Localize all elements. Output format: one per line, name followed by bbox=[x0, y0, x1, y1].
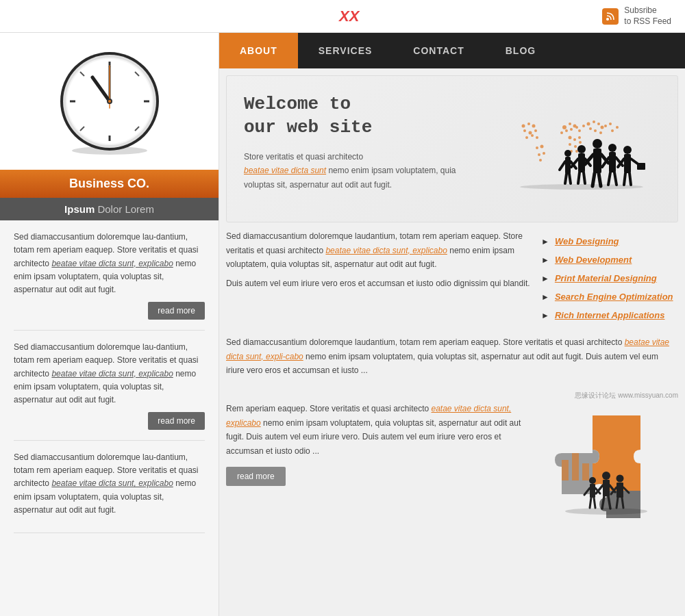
service-item-3: ► Print Material Designing bbox=[541, 273, 678, 283]
rss-icon bbox=[602, 8, 619, 25]
svg-point-55 bbox=[536, 136, 538, 139]
svg-point-50 bbox=[523, 129, 526, 132]
svg-point-29 bbox=[593, 120, 595, 123]
nav-contact[interactable]: CONTACT bbox=[393, 33, 484, 68]
arrow-icon-3: ► bbox=[541, 274, 549, 283]
svg-point-56 bbox=[536, 146, 538, 149]
sidebar-link-3[interactable]: beatae vitae dicta sunt, explicabo bbox=[51, 478, 173, 488]
svg-point-43 bbox=[574, 145, 577, 148]
service-link-3[interactable]: Print Material Designing bbox=[555, 273, 657, 283]
sidebar-block-3-text: Sed diamaccusantium doloremque lau-danti… bbox=[14, 451, 205, 517]
main-nav: ABOUT SERVICES CONTACT BLOG bbox=[219, 33, 685, 68]
svg-point-85 bbox=[623, 146, 632, 154]
sidebar-link-2[interactable]: beatae vitae dicta sunt, explicabo bbox=[51, 369, 173, 378]
hero-image bbox=[469, 93, 660, 205]
watermark: 思缘设计论坛 www.missyuan.com bbox=[219, 389, 685, 402]
svg-rect-94 bbox=[590, 484, 595, 498]
business-title: Business CO. bbox=[0, 170, 219, 198]
svg-point-32 bbox=[604, 125, 607, 127]
svg-point-59 bbox=[543, 152, 545, 155]
svg-point-37 bbox=[611, 129, 614, 132]
rss-area[interactable]: Subsribe to RSS Feed bbox=[602, 5, 671, 27]
ipsum-normal: Dolor Lorem bbox=[97, 203, 154, 215]
hero-link[interactable]: beatae vitae dicta sunt bbox=[244, 166, 326, 175]
svg-point-67 bbox=[577, 145, 586, 153]
svg-point-42 bbox=[569, 143, 571, 146]
puzzle-svg bbox=[541, 402, 664, 525]
sidebar-content: Sed diamaccusantium doloremque lau-danti… bbox=[0, 220, 219, 554]
svg-point-105 bbox=[616, 475, 624, 483]
svg-point-20 bbox=[569, 123, 571, 125]
service-link-2[interactable]: Web Development bbox=[555, 255, 632, 265]
svg-point-27 bbox=[582, 125, 585, 127]
service-link-1[interactable]: Web Designing bbox=[555, 236, 619, 246]
svg-line-97 bbox=[590, 498, 591, 508]
sidebar-block-1-text: Sed diamaccusantium doloremque lau-danti… bbox=[14, 231, 205, 296]
hero-banner: Welcome to our web site Store veritatis … bbox=[226, 75, 678, 222]
service-item-5: ► Rich Internet Applications bbox=[541, 310, 678, 320]
svg-point-93 bbox=[589, 477, 596, 484]
svg-rect-74 bbox=[593, 149, 601, 173]
sidebar-block-1: Sed diamaccusantium doloremque lau-danti… bbox=[14, 231, 205, 331]
sidebar: Business CO. Ipsum Dolor Lorem Sed diama… bbox=[0, 33, 219, 616]
article-para1: Sed diamaccusantium doloremque laudantiu… bbox=[226, 229, 531, 271]
svg-rect-111 bbox=[562, 460, 569, 480]
svg-line-72 bbox=[584, 172, 585, 183]
arrow-icon-5: ► bbox=[541, 311, 549, 320]
nav-services[interactable]: SERVICES bbox=[298, 33, 393, 68]
svg-point-38 bbox=[616, 126, 619, 129]
sidebar-read-more-2[interactable]: read more bbox=[148, 412, 205, 430]
hero-svg bbox=[469, 93, 660, 203]
nav-blog[interactable]: BLOG bbox=[485, 33, 556, 68]
svg-line-98 bbox=[594, 498, 595, 508]
ipsum-bar: Ipsum Dolor Lorem bbox=[0, 198, 219, 220]
hero-text: Welcome to our web site Store veritatis … bbox=[244, 93, 458, 205]
article-link1[interactable]: beatae vitae dicta sunt, explicabo bbox=[325, 246, 447, 255]
svg-line-65 bbox=[565, 174, 566, 183]
svg-rect-100 bbox=[603, 480, 610, 496]
clock-area bbox=[0, 33, 219, 170]
logo: XX bbox=[96, 8, 602, 25]
svg-point-25 bbox=[560, 131, 563, 134]
service-item-2: ► Web Development bbox=[541, 255, 678, 265]
service-link-4[interactable]: Search Engine Optimization bbox=[555, 292, 673, 302]
svg-line-109 bbox=[616, 498, 618, 508]
svg-point-36 bbox=[599, 131, 602, 134]
svg-rect-112 bbox=[572, 453, 579, 480]
service-link-5[interactable]: Rich Internet Applications bbox=[555, 310, 665, 320]
svg-point-99 bbox=[602, 472, 610, 480]
svg-rect-113 bbox=[582, 463, 589, 480]
svg-point-58 bbox=[538, 153, 540, 156]
nav-about[interactable]: ABOUT bbox=[219, 33, 298, 68]
second-articles-section: Sed diamaccusantium doloremque laudantiu… bbox=[226, 335, 678, 383]
svg-point-18 bbox=[108, 100, 111, 103]
sidebar-read-more-1[interactable]: read more bbox=[148, 302, 205, 320]
service-item-1: ► Web Designing bbox=[541, 236, 678, 246]
article-main: Sed diamaccusantium doloremque laudantiu… bbox=[226, 229, 531, 329]
svg-point-30 bbox=[597, 123, 600, 125]
sidebar-link-1[interactable]: beatae vitae dicta sunt, explicabo bbox=[51, 259, 173, 268]
svg-line-84 bbox=[614, 172, 616, 185]
svg-point-57 bbox=[540, 145, 544, 149]
svg-line-78 bbox=[599, 173, 601, 186]
svg-point-53 bbox=[525, 136, 528, 139]
svg-point-23 bbox=[570, 128, 573, 131]
svg-line-63 bbox=[560, 162, 565, 170]
svg-point-0 bbox=[606, 18, 609, 21]
svg-rect-80 bbox=[609, 152, 616, 172]
svg-point-92 bbox=[520, 184, 643, 190]
sidebar-block-2: Sed diamaccusantium doloremque lau-danti… bbox=[14, 341, 205, 441]
lower-read-more[interactable]: read more bbox=[226, 467, 286, 486]
sidebar-block-3: Sed diamaccusantium doloremque lau-danti… bbox=[14, 451, 205, 533]
article-col-para: Sed diamaccusantium doloremque laudantiu… bbox=[226, 335, 678, 377]
svg-line-90 bbox=[624, 173, 625, 185]
svg-point-44 bbox=[579, 141, 582, 144]
svg-rect-106 bbox=[616, 483, 623, 498]
articles-section: Sed diamaccusantium doloremque laudantiu… bbox=[226, 229, 678, 329]
svg-point-34 bbox=[589, 127, 592, 130]
rss-text: Subsribe to RSS Feed bbox=[624, 5, 671, 27]
svg-point-40 bbox=[573, 138, 576, 141]
svg-line-71 bbox=[578, 172, 580, 183]
sidebar-block-2-text: Sed diamaccusantium doloremque lau-danti… bbox=[14, 341, 205, 407]
svg-point-48 bbox=[527, 123, 530, 125]
